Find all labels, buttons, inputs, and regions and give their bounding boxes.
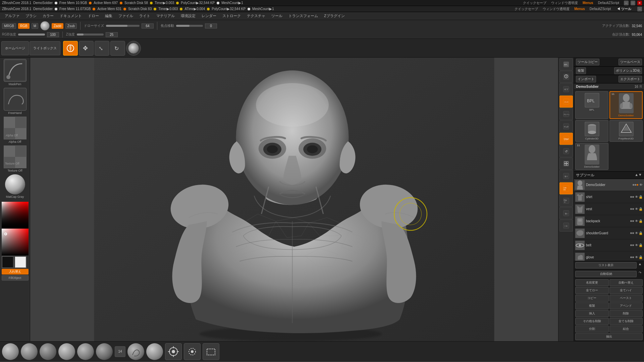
fill-object-btn[interactable]: FillObject [2, 275, 29, 281]
tool-slot-demosoldier[interactable]: 11 DemoSoldier [609, 91, 643, 119]
color-square[interactable] [2, 229, 29, 255]
brush-strip-btn[interactable] [559, 71, 573, 83]
export-btn[interactable]: エクスポート [619, 76, 642, 82]
tool-slot-polymesh[interactable]: PolyMesh3D [609, 120, 643, 142]
backpack-lock[interactable]: 🔒 [639, 219, 643, 223]
freehand-preview[interactable] [4, 88, 26, 111]
menu-document[interactable]: ドキュメント [57, 13, 85, 19]
brush-sphere-5[interactable] [96, 343, 113, 360]
rotate-icon-btn[interactable]: ↻ [110, 41, 125, 56]
rotate-strip-btn[interactable]: ↺ [559, 145, 573, 157]
subtool-vest[interactable]: vest 👁 🔒 [574, 203, 644, 215]
delete-others-btn[interactable]: その他を削除 [575, 318, 609, 325]
okuri-icon-btn[interactable]: 送り [559, 170, 573, 182]
menu-color[interactable]: カラー [40, 13, 56, 19]
qxyz-btn[interactable]: Qxyz [559, 133, 573, 145]
menu-render[interactable]: レンダー [199, 13, 219, 19]
menu-texture[interactable]: テクスチャ [244, 13, 268, 19]
clone-btn[interactable]: 複製 [576, 67, 586, 74]
tool-base-btn[interactable]: ツールベース [619, 59, 642, 65]
sg-lock[interactable]: 🔒 [639, 231, 643, 235]
brush-count-badge[interactable]: 14 [115, 346, 125, 357]
vest-lock[interactable]: 🔒 [639, 207, 643, 211]
canvas-area[interactable] [30, 58, 558, 341]
shirt-eye[interactable]: 👁 [635, 195, 638, 199]
oi-icon-btn[interactable]: 追い [559, 207, 573, 219]
insert-btn[interactable]: 挿入 [575, 310, 609, 317]
rgb-toggle[interactable]: RGB [18, 23, 30, 29]
tool-copy-btn[interactable]: ツールコピー [576, 59, 599, 65]
zadd-toggle[interactable]: Zadd [52, 23, 63, 29]
color-preview[interactable] [40, 21, 50, 31]
defaultzscript-1[interactable]: DefaultZScript [597, 1, 621, 5]
list-view-btn[interactable]: リスト表示 [575, 262, 637, 268]
rgb-intensity-slider[interactable] [18, 34, 45, 36]
slrm-icon-btn[interactable]: スレーム [559, 108, 573, 120]
tool-slot-demosoldier2[interactable]: 11 DemoSoldier [575, 143, 608, 170]
scale-icon-btn[interactable]: ⤡ [95, 41, 109, 56]
home-btn[interactable]: ホームページ [1, 41, 29, 55]
maskpen-preview[interactable] [4, 59, 26, 82]
black-swatch[interactable] [2, 256, 14, 268]
subtool-demosoldier[interactable]: DemoSoldier 👁 [574, 179, 644, 191]
copy-btn[interactable]: コピー [575, 295, 609, 302]
import-btn[interactable]: インポート [576, 76, 596, 82]
extract-btn[interactable]: 抽出 [575, 333, 643, 340]
focal-slider[interactable] [176, 25, 203, 27]
windowtransparency-1[interactable]: ウィンドウ透明度 [550, 1, 579, 5]
menu-material[interactable]: マテリアル [154, 13, 177, 19]
drawsize-slider[interactable] [106, 25, 140, 27]
solo-icon-btn[interactable]: ソロ [559, 220, 573, 232]
glove-eye[interactable]: 👁 [635, 255, 638, 259]
grid-icon-btn[interactable] [559, 158, 573, 170]
transform-icon-btn[interactable] [184, 343, 201, 360]
menu-preferences[interactable]: 環境設定 [178, 13, 198, 19]
drawsize-input[interactable] [142, 23, 154, 28]
subtool-shoulderguard[interactable]: shoulderGuard 👁 🔒 [574, 227, 644, 239]
all-low-btn[interactable]: 全てロー [575, 287, 609, 294]
menu-light[interactable]: ライト [137, 13, 153, 19]
menu-transform[interactable]: トランスフォーム [286, 13, 321, 19]
menu-stroke[interactable]: ストローク [220, 13, 244, 19]
dplus-icon-btn[interactable]: ド+ス [559, 96, 573, 108]
menu-alpha[interactable]: アルファ [2, 13, 22, 19]
subtool-belt[interactable]: belt 👁 🔒 [574, 239, 644, 251]
divide-btn[interactable]: 分割 [575, 325, 609, 333]
subtool-glove[interactable]: glove 👁 🔒 [574, 251, 644, 261]
menus-2[interactable]: Menus [573, 7, 586, 11]
all-high-btn[interactable]: 全てハイ [609, 287, 643, 294]
shirt-lock[interactable]: 🔒 [639, 195, 643, 199]
white-swatch[interactable] [14, 256, 26, 268]
menu-file[interactable]: ファイル [116, 13, 136, 19]
zsub-toggle[interactable]: Zsub [65, 23, 77, 29]
delete-all-btn[interactable]: 全てを削除 [609, 318, 643, 325]
brush-sphere-4[interactable] [77, 343, 94, 360]
backpack-eye[interactable]: 👁 [635, 219, 638, 223]
list-arrow-up[interactable]: ▲ [637, 262, 643, 268]
polyf-icon-btn[interactable]: PolyF [559, 195, 573, 207]
sg-eye[interactable]: 👁 [635, 231, 638, 235]
lightbox-btn[interactable]: ライトボックス [30, 41, 60, 55]
defaultzscript-2[interactable]: DefaultZScript [588, 7, 612, 11]
brush-sphere-6[interactable] [127, 343, 144, 360]
menus-1[interactable]: Menus [581, 1, 595, 5]
alpha-off-preview[interactable]: Alpha Off [4, 117, 26, 139]
draw-mode-btn[interactable] [126, 41, 141, 56]
auto-save-btn[interactable]: 自動収納 [575, 271, 637, 277]
eye-icon[interactable]: 👁 [639, 183, 643, 187]
delete-btn[interactable]: 削除 [609, 310, 643, 317]
menu-zplugin[interactable]: Zプラグイン [321, 13, 347, 19]
select-rect-icon-btn[interactable] [203, 343, 219, 360]
z-intensity-input[interactable] [106, 32, 118, 37]
settings-icon-btn[interactable] [165, 343, 182, 360]
quicksave-1[interactable]: クイックセーブ [522, 1, 548, 5]
windowtransparency-2[interactable]: ウィンドウ透明度 [541, 7, 571, 11]
window-expand[interactable]: ↔ [637, 7, 642, 11]
z-intensity-slider[interactable] [77, 34, 104, 36]
vest-eye[interactable]: 👁 [635, 207, 638, 211]
tool-slot-bpl[interactable]: BPL BPL [575, 91, 608, 119]
menu-brush[interactable]: ブラシ [23, 13, 39, 19]
brush-icon-btn[interactable] [63, 41, 78, 56]
menu-draw[interactable]: ドロー [85, 13, 102, 19]
duplicate-btn[interactable]: 複製 [575, 302, 609, 309]
